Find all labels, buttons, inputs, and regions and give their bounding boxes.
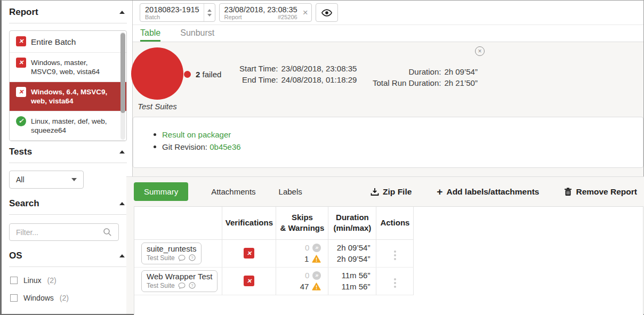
suite-name: Web Wrapper Test — [147, 272, 212, 281]
tab-sunburst[interactable]: Sunburst — [180, 28, 214, 42]
comment-icon[interactable] — [178, 282, 186, 289]
section-header-search[interactable]: Search — [9, 198, 128, 209]
suite-type: Test Suite — [147, 254, 175, 262]
report-list: ✕ Entire Batch ✕ Windows, master, MSVC9,… — [9, 30, 127, 141]
failed-status-icon: ✕ — [16, 87, 26, 97]
report-selector[interactable]: 23/08/2018, 23:08:35 Report #25206 × — [219, 3, 312, 22]
top-toolbar: 20180823-1915 Batch 23/08/2018, 23:08:35… — [133, 1, 643, 25]
sidebar: Report ✕ Entire Batch ✕ Windows, master,… — [2, 1, 133, 314]
git-revision-label: Git Revision: — [162, 142, 207, 151]
list-item-packager: Result on packager — [154, 128, 643, 141]
report-item-label: Linux, master, def, web, squeeze64 — [31, 117, 114, 135]
os-option-windows: Windows (2) — [10, 294, 127, 302]
report-label: Report — [224, 14, 242, 20]
linux-checkbox[interactable] — [10, 277, 18, 284]
spinner-down-icon — [207, 14, 212, 17]
start-time-value: 23/08/2018, 23:08:35 — [281, 64, 357, 73]
skips-line: 0 » — [276, 270, 321, 281]
report-content: Test Suites 2 failed Start Time: 23/08/2… — [133, 42, 643, 314]
result-on-packager-link[interactable]: Result on packager — [162, 128, 231, 141]
failed-status-icon: ✕ — [16, 36, 26, 46]
git-revision-link[interactable]: 0b45e36 — [210, 142, 240, 151]
os-option-label: Linux — [23, 276, 41, 285]
warnings-line: 47 — [276, 281, 321, 292]
report-item-entire-batch[interactable]: ✕ Entire Batch — [10, 31, 126, 53]
os-option-label: Windows — [23, 294, 54, 302]
pie-legend: 2 failed — [184, 70, 221, 79]
skips-count: 0 — [305, 270, 309, 281]
results-table-panel: Verifications Skips & Warnings Duration … — [134, 206, 643, 315]
section-title-tests: Tests — [9, 147, 32, 157]
batch-selector[interactable]: 20180823-1915 Batch — [140, 3, 215, 22]
attachments-tab[interactable]: Attachments — [211, 187, 255, 196]
help-icon[interactable]: ? — [189, 254, 196, 261]
help-icon[interactable]: ? — [189, 282, 196, 289]
search-input[interactable] — [16, 228, 96, 237]
divider — [9, 214, 127, 215]
warnings-count: 47 — [300, 281, 309, 292]
app-window: Report ✕ Entire Batch ✕ Windows, master,… — [0, 0, 644, 315]
report-value: 23/08/2018, 23:08:35 — [224, 5, 297, 14]
failed-label: failed — [203, 70, 222, 79]
tests-filter-select[interactable]: All — [9, 171, 84, 189]
header-actions: Actions — [376, 207, 414, 239]
tab-table[interactable]: Table — [140, 28, 160, 42]
clear-report-icon[interactable]: × — [302, 8, 311, 17]
report-item-label: Entire Batch — [31, 37, 76, 46]
table-row: suite_runtests Test Suite — [134, 239, 414, 267]
start-time-label: Start Time: — [239, 64, 278, 73]
skips-count: 0 — [305, 242, 309, 253]
suite-chip[interactable]: Web Wrapper Test Test Suite — [141, 270, 218, 292]
section-header-os[interactable]: OS — [9, 251, 128, 261]
plus-icon: + — [437, 187, 442, 197]
download-icon — [371, 188, 379, 196]
add-labels-attachments-button[interactable]: + Add labels/attachments — [437, 187, 539, 197]
verification-failed-icon: ✕ — [244, 276, 254, 286]
section-header-tests[interactable]: Tests — [9, 147, 128, 157]
report-item-linux-master[interactable]: ✓ Linux, master, def, web, squeeze64 — [10, 111, 126, 141]
zip-file-button[interactable]: Zip File — [371, 187, 412, 197]
skips-icon: » — [312, 244, 321, 252]
labels-tab[interactable]: Labels — [279, 187, 302, 196]
search-filter-box — [9, 223, 119, 241]
close-summary-icon[interactable]: × — [475, 46, 485, 56]
row-actions-menu[interactable] — [392, 249, 398, 262]
skips-icon: » — [312, 271, 321, 280]
verification-failed-icon: ✕ — [244, 248, 254, 259]
report-item-label: Windows, 6.4, MSVC9, web, vista64 — [31, 87, 114, 106]
view-report-button[interactable] — [316, 3, 338, 22]
suite-chip[interactable]: suite_runtests Test Suite — [141, 243, 202, 264]
table-row: Web Wrapper Test Test Suite — [134, 267, 414, 295]
scrollbar-thumb[interactable] — [120, 33, 125, 113]
passed-status-icon: ✓ — [16, 116, 26, 126]
bullet-icon — [154, 133, 156, 136]
report-info-panel: Result on packager Git Revision: 0b45e36 — [133, 117, 643, 168]
warnings-count: 1 — [304, 253, 309, 264]
duration-min: 11m 56” — [328, 270, 370, 281]
report-selector-body: 23/08/2018, 23:08:35 Report #25206 — [220, 4, 302, 21]
report-item-windows-master[interactable]: ✕ Windows, master, MSVC9, web, vista64 — [10, 53, 126, 82]
view-tabs: Table Sunburst — [133, 25, 643, 42]
eye-icon — [321, 9, 332, 17]
header-duration: Duration (min/max) — [328, 207, 376, 239]
collapse-caret-icon — [119, 202, 125, 205]
header-verifications: Verifications — [222, 207, 276, 239]
divider — [9, 266, 127, 267]
batch-spinner[interactable] — [204, 4, 215, 21]
report-item-windows-64-selected[interactable]: ✕ Windows, 6.4, MSVC9, web, vista64 — [10, 82, 126, 111]
list-item-git-revision: Git Revision: 0b45e36 — [154, 141, 643, 153]
section-title-os: OS — [9, 251, 22, 261]
right-actions: Zip File + Add labels/attachments — [371, 187, 637, 197]
comment-icon[interactable] — [178, 255, 186, 261]
row-actions-menu[interactable] — [392, 277, 398, 289]
header-name — [134, 207, 222, 239]
skips-line: 0 » — [276, 242, 321, 253]
end-time-value: 24/08/2018, 01:18:29 — [281, 75, 357, 84]
summary-tab-button[interactable]: Summary — [134, 182, 188, 201]
windows-checkbox[interactable] — [10, 294, 18, 302]
os-option-linux: Linux (2) — [10, 276, 127, 285]
section-header-report[interactable]: Report — [9, 7, 128, 18]
divider — [9, 163, 127, 163]
remove-report-button[interactable]: Remove Report — [564, 187, 637, 197]
section-title-report: Report — [9, 7, 38, 18]
